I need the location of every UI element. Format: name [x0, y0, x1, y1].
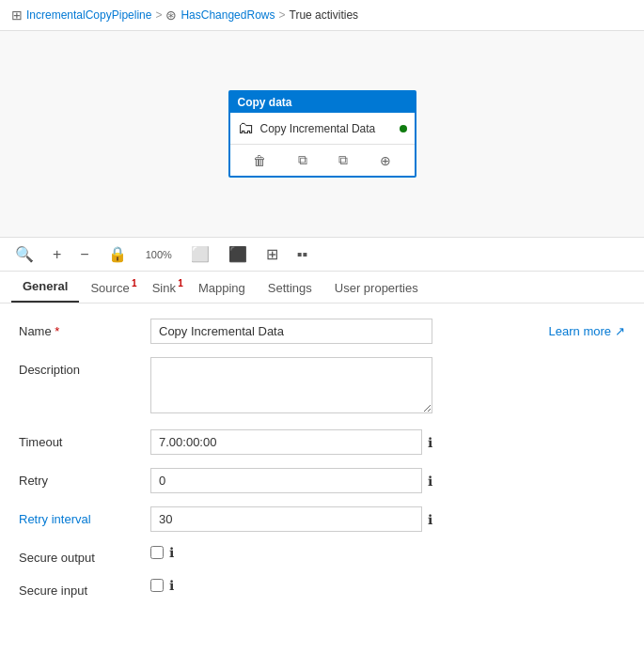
tab-mapping[interactable]: Mapping	[187, 273, 257, 303]
name-label: Name	[19, 319, 150, 338]
description-label: Description	[19, 357, 150, 377]
description-row: Description	[19, 357, 625, 416]
activity-status-dot	[400, 125, 407, 132]
activity-card-body: 🗂 Copy Incremental Data	[230, 113, 415, 145]
duplicate-icon[interactable]: ⧉	[335, 150, 352, 170]
tab-user-properties[interactable]: User properties	[323, 273, 430, 303]
retry-info-icon[interactable]: ℹ	[428, 474, 432, 489]
secure-output-row: Secure output ℹ	[19, 545, 625, 565]
layout-button[interactable]: ⊞	[262, 243, 282, 265]
timeout-control: ℹ	[150, 429, 432, 455]
zoom-100-button[interactable]: 100%	[142, 247, 176, 262]
pipeline-icon: ⊞	[11, 8, 23, 23]
lock-button[interactable]: 🔒	[104, 243, 131, 265]
fit-button[interactable]: ⬜	[187, 243, 213, 265]
retry-label: Retry	[19, 468, 150, 488]
description-input[interactable]	[150, 357, 432, 413]
breadcrumb: ⊞ IncrementalCopyPipeline > ⊛ HasChanged…	[0, 0, 644, 31]
secure-output-info-icon[interactable]: ℹ	[169, 545, 174, 560]
activity-card-body-text: Copy Incremental Data	[260, 122, 394, 135]
timeout-label: Timeout	[19, 429, 150, 449]
view-button[interactable]: ▪▪	[293, 244, 311, 265]
learn-more-container: Learn more ↗	[549, 319, 625, 338]
form-area: Name Learn more ↗ Description Timeout ℹ …	[0, 303, 644, 626]
source-badge: 1	[132, 278, 137, 288]
secure-input-checkbox[interactable]	[150, 579, 164, 592]
add-button[interactable]: +	[49, 244, 65, 265]
tab-source[interactable]: Source 1	[79, 273, 140, 303]
secure-output-label: Secure output	[19, 545, 150, 565]
name-row: Name Learn more ↗	[19, 319, 625, 344]
search-button[interactable]: 🔍	[11, 243, 38, 265]
copy-icon: 🗂	[238, 118, 255, 138]
secure-input-row: Secure input ℹ	[19, 578, 625, 598]
timeout-input[interactable]	[150, 429, 422, 455]
retry-row: Retry ℹ	[19, 468, 625, 493]
tabs-bar: General Source 1 Sink 1 Mapping Settings…	[0, 272, 644, 303]
retry-interval-info-icon[interactable]: ℹ	[428, 512, 432, 527]
sink-badge: 1	[178, 278, 183, 288]
breadcrumb-current: True activities	[290, 8, 359, 22]
tab-general[interactable]: General	[11, 272, 79, 303]
tab-settings[interactable]: Settings	[257, 273, 323, 303]
secure-input-label: Secure input	[19, 578, 150, 598]
tab-sink[interactable]: Sink 1	[141, 273, 187, 303]
retry-input[interactable]	[150, 468, 422, 493]
secure-output-checkbox[interactable]	[150, 546, 164, 559]
activity-card-header: Copy data	[230, 92, 415, 113]
activity-icon: ⊛	[165, 8, 177, 23]
secure-input-info-icon[interactable]: ℹ	[169, 578, 174, 593]
breadcrumb-sep2: >	[278, 8, 285, 22]
delete-icon[interactable]: 🗑	[249, 151, 270, 170]
name-input[interactable]	[150, 319, 432, 344]
timeout-row: Timeout ℹ	[19, 429, 625, 455]
external-link-icon: ↗	[615, 324, 625, 338]
select-button[interactable]: ⬛	[225, 243, 251, 265]
retry-interval-control: ℹ	[150, 506, 432, 532]
activity-card-actions: 🗑 ⧉ ⧉ ⊕	[230, 145, 415, 176]
retry-interval-input[interactable]	[150, 506, 422, 532]
canvas-area: Copy data 🗂 Copy Incremental Data 🗑 ⧉ ⧉ …	[0, 31, 644, 238]
breadcrumb-sep1: >	[155, 8, 162, 22]
timeout-info-icon[interactable]: ℹ	[428, 435, 432, 450]
secure-output-control: ℹ	[150, 545, 432, 560]
toolbar: 🔍 + − 🔒 100% ⬜ ⬛ ⊞ ▪▪	[0, 238, 644, 272]
retry-interval-row: Retry interval ℹ	[19, 506, 625, 532]
learn-more-link[interactable]: Learn more ↗	[549, 324, 625, 338]
name-control	[150, 319, 432, 344]
add-activity-icon[interactable]: ⊕	[376, 151, 395, 170]
activity-link[interactable]: HasChangedRows	[181, 8, 275, 22]
learn-more-label: Learn more	[549, 324, 611, 338]
copy-action-icon[interactable]: ⧉	[294, 150, 311, 170]
remove-button[interactable]: −	[76, 244, 92, 265]
activity-card[interactable]: Copy data 🗂 Copy Incremental Data 🗑 ⧉ ⧉ …	[228, 90, 416, 178]
retry-control: ℹ	[150, 468, 432, 493]
description-control	[150, 357, 432, 416]
retry-interval-label: Retry interval	[19, 506, 150, 526]
pipeline-link[interactable]: IncrementalCopyPipeline	[26, 8, 151, 22]
secure-input-control: ℹ	[150, 578, 432, 593]
